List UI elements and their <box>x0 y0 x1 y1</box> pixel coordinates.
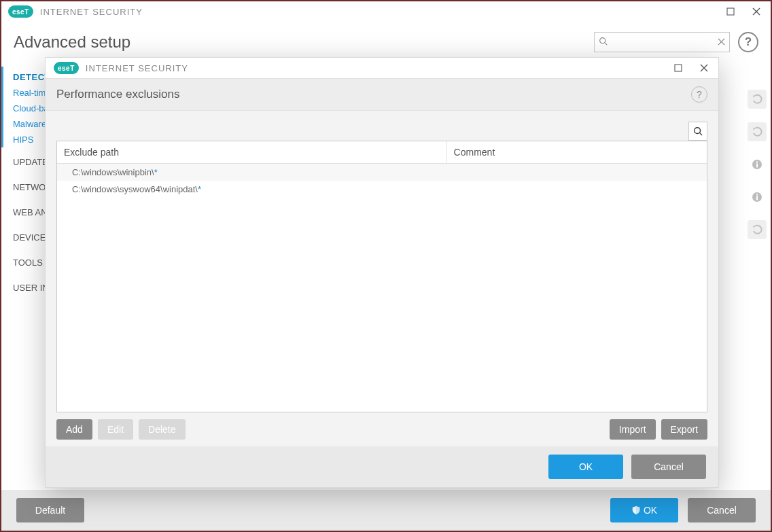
main-titlebar: eseT INTERNET SECURITY <box>1 1 771 22</box>
close-icon[interactable] <box>694 60 714 76</box>
svg-line-2 <box>605 43 607 45</box>
info-icon[interactable] <box>748 155 767 174</box>
svg-rect-7 <box>756 196 758 200</box>
cell-comment <box>447 164 707 181</box>
svg-rect-9 <box>675 65 682 71</box>
table-row[interactable]: C:\windows\winipbin\* <box>57 164 707 181</box>
dialog-header: Performance exclusions ? <box>46 78 718 111</box>
main-cancel-button[interactable]: Cancel <box>688 498 756 522</box>
svg-point-10 <box>695 128 701 134</box>
svg-rect-4 <box>756 164 758 168</box>
info-icon[interactable] <box>748 188 767 207</box>
export-button[interactable]: Export <box>661 419 707 440</box>
product-name: INTERNET SECURITY <box>86 63 188 73</box>
add-button[interactable]: Add <box>56 419 92 440</box>
clear-icon[interactable] <box>718 37 725 48</box>
help-icon[interactable]: ? <box>691 86 707 103</box>
path-text: C:\windows\winipbin\ <box>72 167 154 177</box>
performance-exclusions-dialog: eseT INTERNET SECURITY Performance exclu… <box>45 57 719 488</box>
table-row[interactable]: C:\windows\syswow64\winipdat\* <box>57 181 707 198</box>
page-title: Advanced setup <box>14 33 130 52</box>
col-exclude-path[interactable]: Exclude path <box>57 141 447 163</box>
svg-line-11 <box>700 133 703 136</box>
table-search-icon[interactable] <box>688 122 707 141</box>
cell-path: C:\windows\winipbin\* <box>57 164 447 181</box>
svg-point-1 <box>600 38 606 43</box>
delete-button[interactable]: Delete <box>139 419 185 440</box>
dialog-title: Performance exclusions <box>56 88 179 101</box>
svg-rect-5 <box>756 162 758 163</box>
close-icon[interactable] <box>746 3 767 20</box>
right-rail <box>743 63 771 490</box>
cell-comment <box>447 181 707 198</box>
maximize-icon[interactable] <box>668 60 688 76</box>
product-name: INTERNET SECURITY <box>40 7 143 17</box>
default-button[interactable]: Default <box>16 498 84 522</box>
dialog-titlebar: eseT INTERNET SECURITY <box>46 58 718 78</box>
undo-icon[interactable] <box>748 122 767 141</box>
exclusions-table: Exclude path Comment C:\windows\winipbin… <box>56 141 707 412</box>
dialog-ok-button[interactable]: OK <box>548 455 623 479</box>
edit-button[interactable]: Edit <box>98 419 133 440</box>
undo-icon[interactable] <box>748 220 767 239</box>
import-button[interactable]: Import <box>610 419 656 440</box>
search-input-wrap[interactable] <box>594 32 730 52</box>
path-text: C:\windows\syswow64\winipdat\ <box>72 184 198 194</box>
undo-icon[interactable] <box>748 90 767 109</box>
maximize-icon[interactable] <box>720 3 741 20</box>
table-body: C:\windows\winipbin\* C:\windows\syswow6… <box>57 164 707 412</box>
search-input[interactable] <box>595 33 729 52</box>
svg-rect-0 <box>727 8 734 15</box>
eset-logo: eseT <box>54 62 79 74</box>
wildcard: * <box>198 184 201 194</box>
col-comment[interactable]: Comment <box>447 141 707 163</box>
main-window-controls <box>720 3 767 20</box>
main-header: Advanced setup ? <box>1 22 771 63</box>
svg-rect-8 <box>756 194 758 196</box>
wildcard: * <box>154 167 158 177</box>
search-icon <box>599 37 608 48</box>
main-footer: Default OK Cancel <box>1 490 771 531</box>
eset-logo: eseT <box>8 5 33 18</box>
help-icon[interactable]: ? <box>738 32 758 52</box>
cell-path: C:\windows\syswow64\winipdat\* <box>57 181 447 198</box>
main-ok-button[interactable]: OK <box>610 498 678 522</box>
main-brand: eseT INTERNET SECURITY <box>8 5 143 18</box>
ok-label: OK <box>644 505 657 516</box>
dialog-cancel-button[interactable]: Cancel <box>631 455 706 479</box>
shield-icon <box>631 506 641 515</box>
